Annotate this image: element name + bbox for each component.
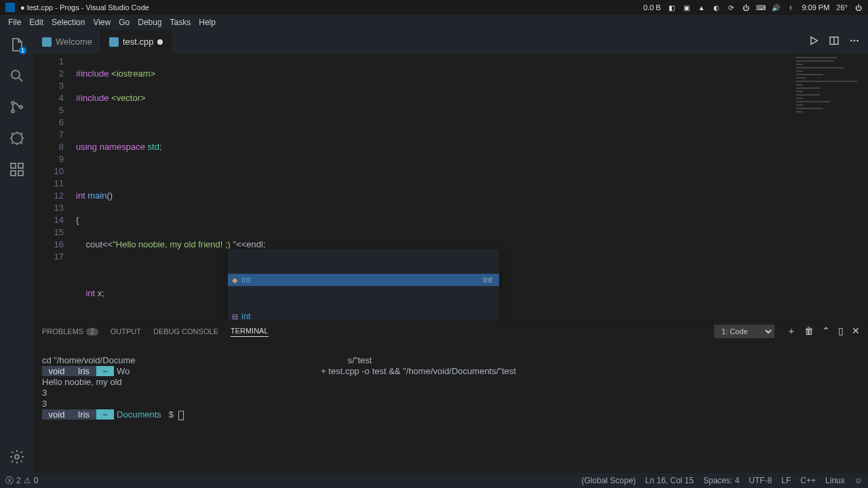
keyword-icon: ◆	[232, 274, 241, 286]
vscode-logo-icon	[5, 3, 15, 12]
svg-point-2	[12, 110, 14, 113]
tray-icon-4[interactable]: ◐	[712, 3, 720, 12]
autocomplete-popup[interactable]: ◆intint ⊟int ◆int16_t ◆int32_t ◆int64_t …	[227, 249, 500, 321]
scm-icon[interactable]	[9, 99, 25, 115]
status-spaces[interactable]: Spaces: 4	[703, 476, 739, 485]
svg-rect-5	[11, 163, 16, 168]
tray-icon-3[interactable]: ▲	[697, 3, 705, 12]
window-title: ● test.cpp - Progs - Visual Studio Code	[20, 3, 149, 12]
svg-point-1	[12, 102, 14, 104]
code-content[interactable]: #include <iostream> #include <vector> us…	[76, 54, 787, 321]
tab-welcome[interactable]: Welcome	[34, 30, 101, 54]
menu-file[interactable]: File	[4, 18, 25, 27]
tray-icon-1[interactable]: ◧	[667, 3, 675, 12]
minimap[interactable]	[787, 54, 868, 321]
cpp-file-icon	[109, 37, 119, 47]
menu-bar: File Edit Selection View Go Debug Tasks …	[0, 15, 868, 30]
panel-move-icon[interactable]: ▯	[838, 325, 844, 338]
panel-tab-output[interactable]: OUTPUT	[111, 327, 141, 336]
system-top-bar: ● test.cpp - Progs - Visual Studio Code …	[0, 0, 868, 15]
status-bar: ⓧ2 ⚠0 (Global Scope) Ln 16, Col 15 Space…	[0, 473, 868, 488]
suggest-item-1[interactable]: ⊟int	[228, 310, 499, 321]
svg-rect-6	[18, 163, 23, 168]
tab-testcpp[interactable]: test.cpp	[101, 30, 172, 54]
svg-point-9	[15, 455, 19, 459]
status-eol[interactable]: LF	[781, 476, 791, 485]
temperature: 26°	[836, 3, 848, 12]
menu-debug[interactable]: Debug	[134, 18, 165, 27]
volume-icon[interactable]: 🔊	[772, 3, 780, 12]
warning-icon: ⚠	[24, 476, 31, 485]
app-body: 1 Welcome test.cpp	[0, 30, 868, 473]
tab-testcpp-label: test.cpp	[123, 37, 154, 47]
panel-close-icon[interactable]: ✕	[852, 325, 860, 338]
menu-go[interactable]: Go	[115, 18, 134, 27]
svg-point-11	[850, 39, 852, 41]
split-editor-icon[interactable]	[829, 35, 840, 49]
terminal-selector[interactable]: 1: Code	[714, 325, 774, 338]
line-gutter: 123 456 789 101112 131415 1617	[34, 54, 76, 321]
explorer-badge: 1	[19, 47, 26, 54]
panel-tab-terminal[interactable]: TERMINAL	[231, 327, 269, 337]
svg-point-12	[854, 39, 856, 41]
menu-edit[interactable]: Edit	[25, 18, 47, 27]
settings-gear-icon[interactable]	[9, 449, 25, 465]
tray-icon-5[interactable]: ⟳	[727, 3, 735, 12]
clock[interactable]: 9:09 PM	[802, 3, 829, 12]
panel-tab-problems[interactable]: PROBLEMS2	[42, 327, 98, 336]
svg-point-13	[856, 39, 859, 41]
tray-icon-7[interactable]: ⌨	[757, 3, 765, 12]
search-icon[interactable]	[9, 68, 25, 84]
code-editor[interactable]: 123 456 789 101112 131415 1617 #include …	[34, 54, 868, 321]
run-icon[interactable]	[808, 35, 819, 49]
menu-tasks[interactable]: Tasks	[166, 18, 195, 27]
minimap-preview	[796, 57, 864, 104]
status-language[interactable]: C++	[800, 476, 816, 485]
tab-welcome-label: Welcome	[56, 37, 92, 47]
svg-rect-7	[11, 171, 16, 176]
panel-tab-bar: PROBLEMS2 OUTPUT DEBUG CONSOLE TERMINAL …	[34, 321, 868, 342]
panel-tab-debug-console[interactable]: DEBUG CONSOLE	[153, 327, 218, 336]
debug-icon[interactable]	[9, 130, 25, 146]
menu-view[interactable]: View	[89, 18, 115, 27]
net-speed: 0.0 B	[644, 3, 661, 12]
svg-rect-8	[18, 171, 23, 176]
panel-maximize-icon[interactable]: ⌃	[822, 325, 830, 338]
bluetooth-icon[interactable]: ᚼ	[787, 3, 795, 12]
svg-point-3	[20, 106, 22, 108]
terminal-cursor	[178, 411, 184, 420]
explorer-icon[interactable]: 1	[9, 37, 25, 53]
power-icon[interactable]: ⏻	[854, 3, 863, 12]
status-errors[interactable]: ⓧ2 ⚠0	[5, 475, 38, 487]
more-icon[interactable]	[849, 35, 860, 49]
tab-bar: Welcome test.cpp	[34, 30, 868, 54]
svg-point-0	[12, 70, 20, 79]
menu-help[interactable]: Help	[195, 18, 220, 27]
tray-icon-2[interactable]: ▣	[682, 3, 690, 12]
menu-selection[interactable]: Selection	[47, 18, 89, 27]
error-icon: ⓧ	[5, 475, 14, 487]
activity-bar: 1	[0, 30, 34, 473]
terminal-content[interactable]: cd "/home/void/Docume s/"test void Iris …	[34, 342, 868, 473]
welcome-tab-icon	[42, 37, 52, 47]
status-encoding[interactable]: UTF-8	[749, 476, 772, 485]
status-line-col[interactable]: Ln 16, Col 15	[646, 476, 694, 485]
bottom-panel: PROBLEMS2 OUTPUT DEBUG CONSOLE TERMINAL …	[34, 321, 868, 473]
svg-point-4	[12, 133, 22, 144]
suggest-item-0[interactable]: ◆intint	[228, 274, 499, 286]
editor-area: Welcome test.cpp 123	[34, 30, 868, 473]
dirty-indicator-icon	[157, 39, 163, 45]
new-terminal-icon[interactable]: ＋	[787, 325, 796, 338]
status-feedback-icon[interactable]: ☺	[854, 476, 863, 485]
problems-count-badge: 2	[86, 328, 98, 336]
status-scope[interactable]: (Global Scope)	[582, 476, 636, 485]
status-os[interactable]: Linux	[825, 476, 845, 485]
type-icon: ⊟	[232, 310, 241, 321]
kill-terminal-icon[interactable]: 🗑	[804, 325, 814, 338]
extensions-icon[interactable]	[9, 161, 25, 178]
tray-icon-6[interactable]: ⏻	[742, 3, 750, 12]
